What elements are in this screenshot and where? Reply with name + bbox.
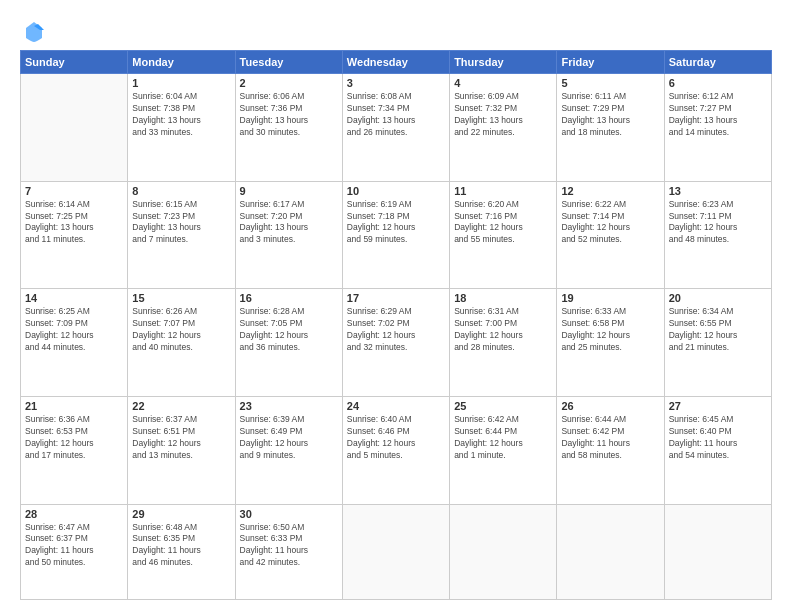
- calendar-header-row: SundayMondayTuesdayWednesdayThursdayFrid…: [21, 51, 772, 74]
- day-number: 30: [240, 508, 338, 520]
- calendar-cell: 25Sunrise: 6:42 AMSunset: 6:44 PMDayligh…: [450, 396, 557, 504]
- day-info: Sunrise: 6:04 AMSunset: 7:38 PMDaylight:…: [132, 91, 230, 139]
- calendar-cell: 26Sunrise: 6:44 AMSunset: 6:42 PMDayligh…: [557, 396, 664, 504]
- calendar-week-row: 1Sunrise: 6:04 AMSunset: 7:38 PMDaylight…: [21, 74, 772, 182]
- day-info: Sunrise: 6:34 AMSunset: 6:55 PMDaylight:…: [669, 306, 767, 354]
- day-info: Sunrise: 6:22 AMSunset: 7:14 PMDaylight:…: [561, 199, 659, 247]
- calendar-cell: 11Sunrise: 6:20 AMSunset: 7:16 PMDayligh…: [450, 181, 557, 289]
- calendar-cell: [21, 74, 128, 182]
- calendar-week-row: 7Sunrise: 6:14 AMSunset: 7:25 PMDaylight…: [21, 181, 772, 289]
- calendar-cell: 24Sunrise: 6:40 AMSunset: 6:46 PMDayligh…: [342, 396, 449, 504]
- logo: [20, 20, 46, 44]
- calendar-cell: [664, 504, 771, 599]
- page: SundayMondayTuesdayWednesdayThursdayFrid…: [0, 0, 792, 612]
- calendar-cell: 4Sunrise: 6:09 AMSunset: 7:32 PMDaylight…: [450, 74, 557, 182]
- day-number: 1: [132, 77, 230, 89]
- day-number: 11: [454, 185, 552, 197]
- calendar-cell: 20Sunrise: 6:34 AMSunset: 6:55 PMDayligh…: [664, 289, 771, 397]
- calendar-cell: 21Sunrise: 6:36 AMSunset: 6:53 PMDayligh…: [21, 396, 128, 504]
- day-info: Sunrise: 6:08 AMSunset: 7:34 PMDaylight:…: [347, 91, 445, 139]
- day-number: 20: [669, 292, 767, 304]
- calendar-cell: 23Sunrise: 6:39 AMSunset: 6:49 PMDayligh…: [235, 396, 342, 504]
- calendar-cell: 5Sunrise: 6:11 AMSunset: 7:29 PMDaylight…: [557, 74, 664, 182]
- day-info: Sunrise: 6:14 AMSunset: 7:25 PMDaylight:…: [25, 199, 123, 247]
- calendar-cell: 16Sunrise: 6:28 AMSunset: 7:05 PMDayligh…: [235, 289, 342, 397]
- day-info: Sunrise: 6:48 AMSunset: 6:35 PMDaylight:…: [132, 522, 230, 570]
- day-number: 10: [347, 185, 445, 197]
- day-number: 13: [669, 185, 767, 197]
- day-number: 12: [561, 185, 659, 197]
- calendar-cell: 17Sunrise: 6:29 AMSunset: 7:02 PMDayligh…: [342, 289, 449, 397]
- day-number: 14: [25, 292, 123, 304]
- calendar-cell: 2Sunrise: 6:06 AMSunset: 7:36 PMDaylight…: [235, 74, 342, 182]
- day-number: 3: [347, 77, 445, 89]
- weekday-header-tuesday: Tuesday: [235, 51, 342, 74]
- day-number: 4: [454, 77, 552, 89]
- calendar-week-row: 14Sunrise: 6:25 AMSunset: 7:09 PMDayligh…: [21, 289, 772, 397]
- calendar-cell: [342, 504, 449, 599]
- calendar-cell: 1Sunrise: 6:04 AMSunset: 7:38 PMDaylight…: [128, 74, 235, 182]
- day-info: Sunrise: 6:29 AMSunset: 7:02 PMDaylight:…: [347, 306, 445, 354]
- day-info: Sunrise: 6:15 AMSunset: 7:23 PMDaylight:…: [132, 199, 230, 247]
- day-number: 25: [454, 400, 552, 412]
- calendar-cell: 8Sunrise: 6:15 AMSunset: 7:23 PMDaylight…: [128, 181, 235, 289]
- day-info: Sunrise: 6:09 AMSunset: 7:32 PMDaylight:…: [454, 91, 552, 139]
- day-info: Sunrise: 6:20 AMSunset: 7:16 PMDaylight:…: [454, 199, 552, 247]
- day-info: Sunrise: 6:39 AMSunset: 6:49 PMDaylight:…: [240, 414, 338, 462]
- day-info: Sunrise: 6:19 AMSunset: 7:18 PMDaylight:…: [347, 199, 445, 247]
- day-number: 9: [240, 185, 338, 197]
- day-info: Sunrise: 6:31 AMSunset: 7:00 PMDaylight:…: [454, 306, 552, 354]
- day-number: 18: [454, 292, 552, 304]
- calendar-cell: [450, 504, 557, 599]
- day-number: 6: [669, 77, 767, 89]
- day-info: Sunrise: 6:45 AMSunset: 6:40 PMDaylight:…: [669, 414, 767, 462]
- day-info: Sunrise: 6:42 AMSunset: 6:44 PMDaylight:…: [454, 414, 552, 462]
- day-info: Sunrise: 6:26 AMSunset: 7:07 PMDaylight:…: [132, 306, 230, 354]
- day-number: 2: [240, 77, 338, 89]
- calendar-cell: 19Sunrise: 6:33 AMSunset: 6:58 PMDayligh…: [557, 289, 664, 397]
- day-info: Sunrise: 6:11 AMSunset: 7:29 PMDaylight:…: [561, 91, 659, 139]
- logo-icon: [22, 20, 46, 44]
- calendar-cell: 13Sunrise: 6:23 AMSunset: 7:11 PMDayligh…: [664, 181, 771, 289]
- day-number: 24: [347, 400, 445, 412]
- day-number: 8: [132, 185, 230, 197]
- day-info: Sunrise: 6:40 AMSunset: 6:46 PMDaylight:…: [347, 414, 445, 462]
- calendar-cell: 12Sunrise: 6:22 AMSunset: 7:14 PMDayligh…: [557, 181, 664, 289]
- calendar-week-row: 28Sunrise: 6:47 AMSunset: 6:37 PMDayligh…: [21, 504, 772, 599]
- calendar-cell: 28Sunrise: 6:47 AMSunset: 6:37 PMDayligh…: [21, 504, 128, 599]
- weekday-header-friday: Friday: [557, 51, 664, 74]
- weekday-header-saturday: Saturday: [664, 51, 771, 74]
- day-info: Sunrise: 6:25 AMSunset: 7:09 PMDaylight:…: [25, 306, 123, 354]
- calendar-table: SundayMondayTuesdayWednesdayThursdayFrid…: [20, 50, 772, 600]
- day-info: Sunrise: 6:28 AMSunset: 7:05 PMDaylight:…: [240, 306, 338, 354]
- day-number: 27: [669, 400, 767, 412]
- calendar-cell: 14Sunrise: 6:25 AMSunset: 7:09 PMDayligh…: [21, 289, 128, 397]
- day-info: Sunrise: 6:17 AMSunset: 7:20 PMDaylight:…: [240, 199, 338, 247]
- day-number: 23: [240, 400, 338, 412]
- calendar-cell: 15Sunrise: 6:26 AMSunset: 7:07 PMDayligh…: [128, 289, 235, 397]
- day-number: 16: [240, 292, 338, 304]
- day-info: Sunrise: 6:36 AMSunset: 6:53 PMDaylight:…: [25, 414, 123, 462]
- calendar-week-row: 21Sunrise: 6:36 AMSunset: 6:53 PMDayligh…: [21, 396, 772, 504]
- weekday-header-wednesday: Wednesday: [342, 51, 449, 74]
- day-number: 5: [561, 77, 659, 89]
- day-number: 17: [347, 292, 445, 304]
- day-number: 22: [132, 400, 230, 412]
- calendar-cell: 18Sunrise: 6:31 AMSunset: 7:00 PMDayligh…: [450, 289, 557, 397]
- calendar-cell: 10Sunrise: 6:19 AMSunset: 7:18 PMDayligh…: [342, 181, 449, 289]
- day-number: 15: [132, 292, 230, 304]
- day-number: 7: [25, 185, 123, 197]
- day-number: 21: [25, 400, 123, 412]
- day-number: 19: [561, 292, 659, 304]
- calendar-cell: 27Sunrise: 6:45 AMSunset: 6:40 PMDayligh…: [664, 396, 771, 504]
- calendar-cell: 7Sunrise: 6:14 AMSunset: 7:25 PMDaylight…: [21, 181, 128, 289]
- day-info: Sunrise: 6:37 AMSunset: 6:51 PMDaylight:…: [132, 414, 230, 462]
- weekday-header-thursday: Thursday: [450, 51, 557, 74]
- calendar-cell: 22Sunrise: 6:37 AMSunset: 6:51 PMDayligh…: [128, 396, 235, 504]
- weekday-header-monday: Monday: [128, 51, 235, 74]
- day-number: 28: [25, 508, 123, 520]
- day-info: Sunrise: 6:44 AMSunset: 6:42 PMDaylight:…: [561, 414, 659, 462]
- calendar-cell: [557, 504, 664, 599]
- weekday-header-sunday: Sunday: [21, 51, 128, 74]
- day-info: Sunrise: 6:23 AMSunset: 7:11 PMDaylight:…: [669, 199, 767, 247]
